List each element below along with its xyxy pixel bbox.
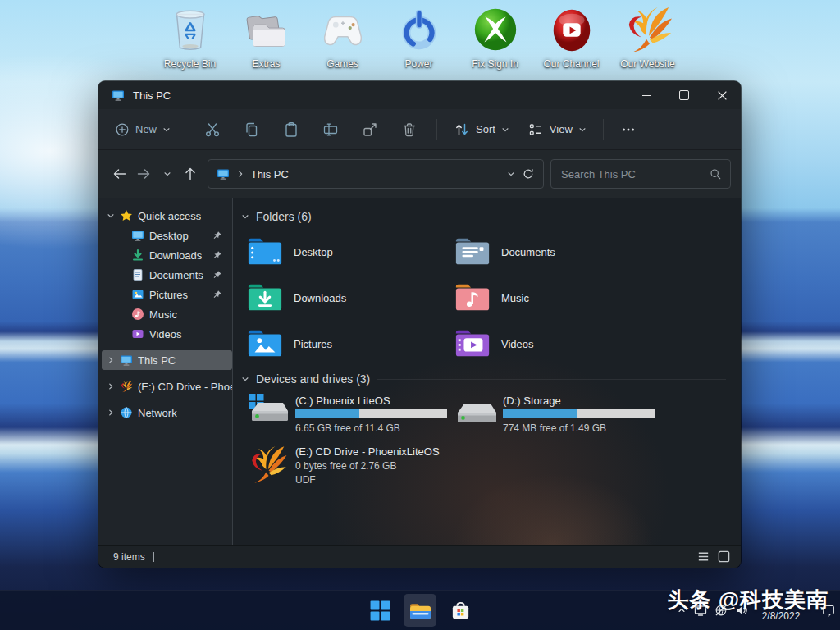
- picture-icon: [131, 288, 144, 301]
- drive-e-cd-drive-phoenixliteos[interactable]: (E:) CD Drive - PhoenixLiteOS0 bytes fre…: [246, 444, 454, 487]
- sidebar-item-desktop[interactable]: Desktop: [102, 226, 232, 245]
- star-icon: [120, 209, 133, 222]
- taskbar-store-button[interactable]: [444, 594, 477, 627]
- content-pane: Folders (6) DesktopDocumentsDownloadsMus…: [233, 198, 741, 545]
- trash-icon: [401, 121, 418, 138]
- search-icon: [709, 167, 722, 180]
- desktop-icon-our-website[interactable]: Our Website: [609, 3, 686, 70]
- share-button[interactable]: [350, 115, 390, 144]
- share-icon: [362, 121, 378, 138]
- desktop-icon-extras[interactable]: Extras: [228, 3, 304, 70]
- refresh-icon[interactable]: [522, 167, 535, 180]
- sidebar-item-music[interactable]: Music: [102, 304, 232, 324]
- icons-view-button[interactable]: [717, 550, 731, 564]
- desktop-icon-label: Our Channel: [543, 58, 599, 70]
- drive-info: (D:) Storage774 MB free of 1.49 GB: [503, 393, 655, 436]
- sidebar-item-e-cd-drive-phoe[interactable]: (E:) CD Drive - Phoe: [102, 377, 232, 396]
- store-icon: [450, 600, 472, 622]
- toolbar-divider: [185, 119, 185, 140]
- phoenix-icon: [120, 380, 133, 393]
- title-bar[interactable]: This PC: [98, 81, 741, 109]
- section-divider: [377, 379, 726, 380]
- sidebar-item-network[interactable]: Network: [102, 403, 232, 422]
- sidebar-item-label: Documents: [149, 269, 203, 281]
- desktop-icon-games[interactable]: Games: [304, 3, 381, 70]
- folder-videos[interactable]: Videos: [454, 321, 661, 367]
- desktop-icon-our-channel[interactable]: Our Channel: [533, 3, 609, 70]
- desktop-icon-recycle-bin[interactable]: Recycle Bin: [152, 3, 228, 70]
- folder-music-icon: [454, 281, 491, 314]
- cut-button[interactable]: [193, 115, 232, 144]
- close-button[interactable]: [703, 81, 741, 109]
- chevron-right-icon[interactable]: [107, 356, 115, 364]
- chevron-down-icon: [162, 126, 171, 134]
- folder-documents[interactable]: Documents: [454, 229, 661, 275]
- sidebar-item-videos[interactable]: Videos: [102, 324, 232, 344]
- up-button[interactable]: [179, 162, 203, 186]
- forward-button[interactable]: [132, 162, 156, 186]
- view-button[interactable]: View: [518, 116, 596, 143]
- recycle-bin-icon: [165, 3, 216, 56]
- folder-videos-icon: [454, 327, 491, 360]
- phoenix-icon: [246, 444, 289, 485]
- folder-music[interactable]: Music: [454, 275, 661, 321]
- pin-icon: [212, 290, 222, 299]
- rename-button[interactable]: [311, 115, 350, 144]
- folder-documents-icon: [454, 235, 491, 268]
- sidebar-item-documents[interactable]: Documents: [102, 265, 232, 285]
- chevron-down-icon[interactable]: [107, 212, 115, 220]
- search-box[interactable]: [550, 159, 731, 189]
- more-button[interactable]: [611, 115, 646, 144]
- maximize-button[interactable]: [665, 81, 703, 109]
- recent-locations-button[interactable]: [155, 162, 179, 186]
- sort-button[interactable]: Sort: [445, 116, 518, 143]
- sidebar-item-quick-access[interactable]: Quick access: [102, 206, 232, 226]
- folder-desktop[interactable]: Desktop: [246, 229, 454, 275]
- desktop-icon-power[interactable]: Power: [381, 3, 457, 70]
- new-button[interactable]: New: [108, 117, 177, 142]
- taskbar-start-button[interactable]: [363, 594, 396, 627]
- this-pc-icon: [217, 167, 230, 180]
- search-input[interactable]: [559, 167, 709, 181]
- computer-icon: [120, 354, 133, 367]
- breadcrumb[interactable]: This PC: [251, 168, 289, 180]
- folder-pictures[interactable]: Pictures: [246, 321, 454, 367]
- sidebar-item-this-pc[interactable]: This PC: [102, 350, 232, 370]
- chevron-right-icon: [236, 170, 244, 178]
- details-view-button[interactable]: [696, 550, 710, 564]
- view-icon: [527, 121, 544, 138]
- chevron-right-icon[interactable]: [107, 409, 115, 417]
- maximize-icon: [679, 90, 689, 100]
- xbox-controller-icon: [317, 3, 368, 56]
- arrow-right-icon: [135, 166, 152, 182]
- drive-name: (C:) Phoenix LiteOS: [295, 395, 447, 407]
- item-count: 9 items: [113, 551, 145, 563]
- sidebar-item-pictures[interactable]: Pictures: [102, 285, 232, 304]
- back-button[interactable]: [108, 162, 132, 186]
- chevron-down-icon: [578, 126, 587, 134]
- copy-button[interactable]: [232, 115, 272, 144]
- minimize-button[interactable]: [628, 81, 665, 109]
- paste-button[interactable]: [272, 115, 311, 144]
- folder-downloads[interactable]: Downloads: [246, 275, 454, 321]
- sidebar-item-label: Quick access: [138, 210, 201, 222]
- download-icon: [131, 249, 144, 262]
- desktop-icon-fix-sign-in[interactable]: Fix Sign In: [457, 3, 533, 70]
- phoenix-icon: [623, 3, 673, 56]
- address-bar[interactable]: This PC: [208, 159, 544, 189]
- sidebar-item-downloads[interactable]: Downloads: [102, 245, 232, 265]
- folders-section-header[interactable]: Folders (6): [241, 208, 733, 226]
- pin-icon: [212, 270, 222, 280]
- toolbar-buttons: [193, 115, 429, 144]
- delete-button[interactable]: [390, 115, 429, 144]
- folders-header-label: Folders (6): [256, 210, 312, 223]
- address-dropdown-icon[interactable]: [507, 170, 515, 178]
- chevron-down-icon: [241, 212, 249, 221]
- video-icon: [131, 327, 144, 340]
- taskbar-explorer-button[interactable]: [404, 594, 436, 627]
- devices-section-header[interactable]: Devices and drives (3): [241, 370, 733, 388]
- drive-d-storage[interactable]: (D:) Storage774 MB free of 1.49 GB: [454, 393, 661, 436]
- drive-icon: [454, 393, 496, 427]
- drive-c-phoenix-liteos[interactable]: (C:) Phoenix LiteOS6.65 GB free of 11.4 …: [246, 393, 454, 436]
- chevron-right-icon[interactable]: [107, 382, 115, 390]
